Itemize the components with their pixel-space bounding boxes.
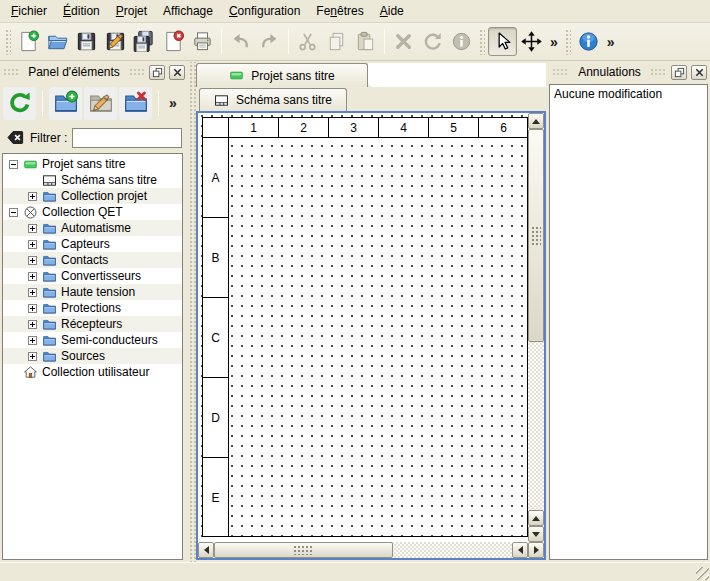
clear-filter-button[interactable] (6, 128, 25, 147)
tab-schema[interactable]: Schéma sans titre (199, 88, 347, 111)
tree-item[interactable]: Haute tension (3, 284, 182, 300)
main-area: Panel d'éléments » Filtrer : Projet sans… (0, 62, 710, 562)
tree-item[interactable]: Schéma sans titre (3, 172, 182, 188)
scroll-down-button[interactable] (528, 526, 544, 542)
expander-slot (9, 364, 22, 380)
expand-plus-icon[interactable] (28, 352, 37, 361)
menu-projet[interactable]: Projet (108, 1, 155, 21)
properties-icon (450, 30, 473, 53)
edit-category-button[interactable] (84, 87, 117, 120)
menu-configuration[interactable]: Configuration (221, 1, 308, 21)
expand-plus-icon[interactable] (28, 320, 37, 329)
menu-aide[interactable]: Aide (372, 1, 412, 21)
new-category-button[interactable] (49, 87, 82, 120)
save-as-button[interactable] (101, 27, 130, 56)
horizontal-scroll-thumb[interactable] (214, 542, 393, 558)
scroll-right-button[interactable] (528, 542, 544, 558)
float-dock-button[interactable] (671, 65, 687, 80)
menu-affichage[interactable]: Affichage (155, 1, 221, 21)
dock-splitter-left[interactable] (188, 62, 196, 562)
expand-plus-icon[interactable] (28, 224, 37, 233)
filter-input[interactable] (72, 128, 182, 148)
vertical-scroll-thumb[interactable] (528, 129, 544, 342)
menu-fichier[interactable]: Fichier (3, 1, 55, 21)
tree-item[interactable]: Projet sans titre (3, 156, 182, 172)
open-button[interactable] (43, 27, 72, 56)
tree-item[interactable]: Capteurs (3, 236, 182, 252)
expand-plus-icon[interactable] (28, 304, 37, 313)
toolbar-handle[interactable] (479, 29, 485, 55)
tree-item[interactable]: Récepteurs (3, 316, 182, 332)
save-all-button[interactable] (130, 27, 159, 56)
toolbar-overflow-button[interactable]: » (165, 95, 181, 111)
redo-button[interactable] (255, 27, 284, 56)
toolbar-handle[interactable] (5, 29, 11, 55)
reload-collections-button[interactable] (3, 87, 36, 120)
undo-button[interactable] (226, 27, 255, 56)
move-tool-button[interactable] (517, 27, 546, 56)
vertical-scroll-track[interactable] (528, 129, 544, 510)
tree-item[interactable]: Semi-conducteurs (3, 332, 182, 348)
tree-item[interactable]: Collection QET (3, 204, 182, 220)
scroll-up-button[interactable] (528, 113, 544, 129)
float-dock-button[interactable] (149, 65, 165, 80)
schema-icon (214, 93, 229, 108)
menu-fenetres[interactable]: Fenêtres (308, 1, 371, 21)
copy-button[interactable] (322, 27, 351, 56)
expand-plus-icon[interactable] (28, 288, 37, 297)
tree-item[interactable]: Collection projet (3, 188, 182, 204)
about-button[interactable] (574, 27, 603, 56)
undo-panel-dock: Annulations Aucune modification (549, 62, 710, 562)
tree-item[interactable]: Contacts (3, 252, 182, 268)
tab-project[interactable]: Projet sans titre (196, 63, 368, 87)
close-dock-button[interactable] (169, 65, 185, 80)
expand-plus-icon[interactable] (28, 272, 37, 281)
resize-grip[interactable] (696, 567, 709, 580)
select-tool-button[interactable] (488, 27, 517, 56)
project-icon (229, 68, 244, 83)
arrow-up-icon (532, 119, 540, 124)
scroll-left-button[interactable] (198, 542, 214, 558)
tree-item[interactable]: Collection utilisateur (3, 364, 182, 380)
properties-button[interactable] (447, 27, 476, 56)
horizontal-scroll-track[interactable] (214, 542, 512, 558)
expand-plus-icon[interactable] (28, 336, 37, 345)
tree-item-label: Projet sans titre (42, 157, 125, 171)
new-project-button[interactable] (14, 27, 43, 56)
qelectrotech-window: { "window": { "background": "#ece9d8", "… (0, 0, 710, 581)
expander-slot (28, 188, 41, 204)
schema-tab-bar: Schéma sans titre (196, 87, 546, 111)
tree-item[interactable]: Convertisseurs (3, 268, 182, 284)
rotate-button[interactable] (418, 27, 447, 56)
delete-button[interactable] (389, 27, 418, 56)
delete-category-button[interactable] (119, 87, 152, 120)
expand-plus-icon[interactable] (28, 240, 37, 249)
close-file-button[interactable] (159, 27, 188, 56)
tree-item[interactable]: Protections (3, 300, 182, 316)
tree-item[interactable]: Sources (3, 348, 182, 364)
scroll-left-button-2[interactable] (512, 542, 528, 558)
toolbar-overflow-button[interactable]: » (546, 34, 562, 50)
expand-plus-icon[interactable] (28, 256, 37, 265)
scroll-up-button-2[interactable] (528, 510, 544, 526)
cut-button[interactable] (293, 27, 322, 56)
folder-icon (42, 221, 57, 236)
expander-slot (28, 300, 41, 316)
toolbar-handle[interactable] (565, 29, 571, 55)
dock-texture (650, 68, 667, 76)
print-button[interactable] (188, 27, 217, 56)
toolbar-overflow-button[interactable]: » (603, 34, 619, 50)
collapse-minus-icon[interactable] (9, 208, 18, 217)
diagram-canvas[interactable]: 123456ABCDE (198, 113, 528, 542)
collapse-minus-icon[interactable] (9, 160, 18, 169)
row-header-D: D (203, 378, 229, 458)
frame-corner-cell (203, 118, 229, 138)
tree-item-label: Convertisseurs (61, 269, 141, 283)
paste-button[interactable] (351, 27, 380, 56)
save-button[interactable] (72, 27, 101, 56)
expand-plus-icon[interactable] (28, 192, 37, 201)
menu-edition[interactable]: Édition (55, 1, 108, 21)
tree-item[interactable]: Automatisme (3, 220, 182, 236)
close-dock-button[interactable] (691, 65, 707, 80)
undo-list-item[interactable]: Aucune modification (550, 85, 707, 103)
